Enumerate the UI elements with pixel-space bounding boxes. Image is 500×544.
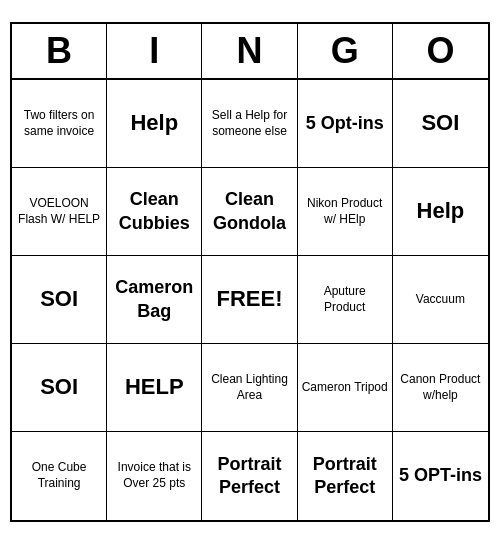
- bingo-cell: VOELOON Flash W/ HELP: [12, 168, 107, 256]
- bingo-cell: SOI: [12, 344, 107, 432]
- bingo-header: BINGO: [12, 24, 488, 80]
- bingo-letter: I: [107, 24, 202, 78]
- bingo-cell: Clean Gondola: [202, 168, 297, 256]
- bingo-card: BINGO Two filters on same invoiceHelpSel…: [10, 22, 490, 522]
- bingo-cell: Nikon Product w/ HElp: [298, 168, 393, 256]
- bingo-cell: One Cube Training: [12, 432, 107, 520]
- bingo-cell: Clean Cubbies: [107, 168, 202, 256]
- bingo-letter: G: [298, 24, 393, 78]
- bingo-cell: Portrait Perfect: [202, 432, 297, 520]
- bingo-cell: Vaccuum: [393, 256, 488, 344]
- bingo-cell: SOI: [393, 80, 488, 168]
- bingo-letter: N: [202, 24, 297, 78]
- bingo-cell: Invoice that is Over 25 pts: [107, 432, 202, 520]
- bingo-letter: O: [393, 24, 488, 78]
- bingo-cell: Clean Lighting Area: [202, 344, 297, 432]
- bingo-cell: Portrait Perfect: [298, 432, 393, 520]
- bingo-cell: Cameron Tripod: [298, 344, 393, 432]
- bingo-cell: Help: [107, 80, 202, 168]
- bingo-cell: SOI: [12, 256, 107, 344]
- bingo-cell: 5 Opt-ins: [298, 80, 393, 168]
- bingo-cell: Sell a Help for someone else: [202, 80, 297, 168]
- bingo-cell: FREE!: [202, 256, 297, 344]
- bingo-cell: 5 OPT-ins: [393, 432, 488, 520]
- bingo-letter: B: [12, 24, 107, 78]
- bingo-grid: Two filters on same invoiceHelpSell a He…: [12, 80, 488, 520]
- bingo-cell: Canon Product w/help: [393, 344, 488, 432]
- bingo-cell: Two filters on same invoice: [12, 80, 107, 168]
- bingo-cell: HELP: [107, 344, 202, 432]
- bingo-cell: Aputure Product: [298, 256, 393, 344]
- bingo-cell: Help: [393, 168, 488, 256]
- bingo-cell: Cameron Bag: [107, 256, 202, 344]
